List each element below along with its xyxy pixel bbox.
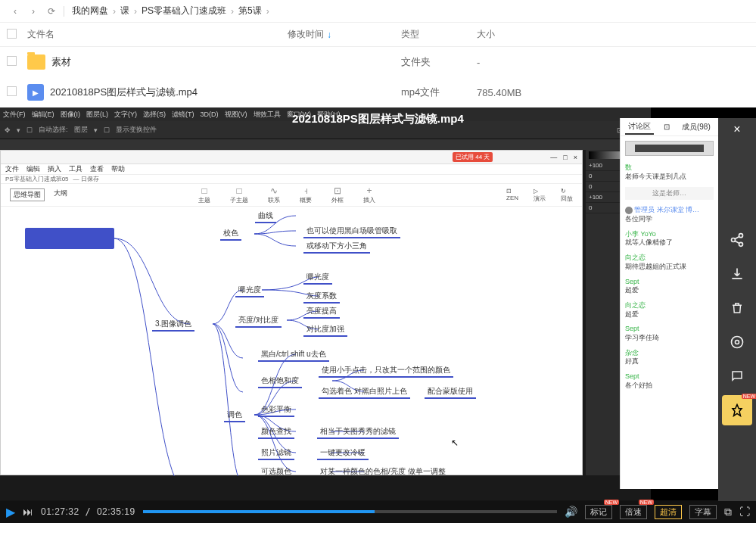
back-button[interactable]: ‹ (6, 2, 24, 20)
mm-node[interactable]: 亮度/对比度 (235, 315, 282, 328)
tool-present[interactable]: ▷演示 (534, 188, 546, 203)
row-checkbox[interactable] (7, 86, 17, 96)
pip-icon[interactable]: ⧉ (724, 506, 732, 518)
mm-node[interactable]: 一键更改冷暖 (317, 447, 369, 460)
tool-replay[interactable]: ↻回放 (561, 188, 573, 203)
mm-node[interactable]: 使用小手点击，只改其一个范围的颜色 (319, 365, 453, 378)
table-row[interactable]: 素材 文件夹 - (0, 47, 756, 77)
svg-point-5 (732, 337, 743, 348)
next-button[interactable]: ⏭ (23, 506, 33, 518)
tool-subtopic[interactable]: □子主题 (230, 185, 248, 204)
mindmap-filetab: PS零基础入门速成班05— 日保存 (1, 175, 582, 184)
mm-node[interactable]: 曝光度 (235, 285, 264, 297)
volume-icon[interactable]: 🔊 (565, 506, 577, 518)
column-name[interactable]: 文件名 (23, 28, 288, 41)
mindmap-canvas[interactable]: 3.图像调色 4.人像精修 校色 曲线 也可以使用黑白场吸管吸取 或移动下方小三… (1, 207, 582, 476)
tab-outline[interactable]: 大纲 (54, 188, 67, 201)
file-name: 20210818PS图层样式与滤镜.mp4 (50, 86, 198, 99)
svg-point-1 (732, 238, 736, 242)
mm-node[interactable]: 可选颜色 (258, 466, 294, 476)
file-size: - (477, 57, 756, 68)
mm-node[interactable]: 对比度加强 (303, 324, 347, 337)
delete-button[interactable] (722, 293, 752, 323)
pin-button[interactable]: NEW (722, 395, 752, 425)
trial-badge: 已试用 44 天 (453, 152, 493, 162)
tool-boundary[interactable]: ⊡外框 (331, 185, 344, 204)
mm-node[interactable]: 色相饱和度 (258, 375, 302, 388)
close-icon[interactable]: × (574, 154, 577, 161)
mm-node[interactable]: 勾选着色 对黑白照片上色 (319, 386, 410, 399)
breadcrumb-item[interactable]: 我的网盘 (67, 5, 113, 17)
mm-node[interactable]: 曝光度 (303, 272, 332, 285)
fullscreen-icon[interactable]: ⛶ (739, 506, 750, 518)
quality-button[interactable]: 超清 (655, 505, 682, 519)
share-button[interactable] (722, 225, 752, 255)
mm-node[interactable]: 色彩平衡 (258, 404, 294, 417)
forward-button[interactable]: › (24, 2, 42, 20)
chat-message: 杂念好真 (621, 346, 718, 369)
mm-node[interactable]: 相当于美图秀秀的滤镜 (317, 426, 399, 439)
tool-zen[interactable]: ⊡ZEN (506, 188, 518, 203)
file-table-header: 文件名 修改时间 ↓ 类型 大小 (0, 23, 756, 47)
file-type: 文件夹 (401, 55, 477, 69)
tab-mindmap[interactable]: 思维导图 (10, 188, 45, 201)
mm-node[interactable]: 或移动下方小三角 (303, 241, 370, 254)
chat-panel: 讨论区 ⊡ 成员(98) 数老师今天课是到几点 这是老师… 管理员 米尔课堂 博… (620, 118, 718, 489)
breadcrumb-item[interactable]: PS零基础入门速成班 (137, 5, 231, 17)
mm-node[interactable]: 曲线 (255, 210, 276, 223)
mm-node[interactable]: 调色 (224, 409, 245, 422)
chat-image-preview[interactable] (625, 141, 714, 156)
column-type[interactable]: 类型 (401, 28, 477, 41)
table-row[interactable]: ▶20210818PS图层样式与滤镜.mp4 mp4文件 785.40MB (0, 77, 756, 107)
mm-branch-3[interactable]: 3.图像调色 (152, 319, 194, 332)
svg-point-2 (739, 242, 743, 246)
time-display: 01:27:32 / 02:35:19 (41, 506, 135, 517)
mm-node[interactable]: 颜色查找 (258, 426, 294, 439)
select-all-checkbox[interactable] (7, 29, 17, 39)
column-size[interactable]: 大小 (477, 28, 756, 41)
row-checkbox[interactable] (7, 56, 17, 66)
minimize-icon[interactable]: — (550, 154, 557, 161)
breadcrumb-bar: ‹ › ⟳ 我的网盘 › 课 › PS零基础入门速成班 › 第5课 › (0, 0, 756, 23)
svg-point-6 (736, 341, 739, 344)
column-date[interactable]: 修改时间 ↓ (288, 28, 401, 41)
chat-icon-button[interactable] (722, 361, 752, 391)
refresh-button[interactable]: ⟳ (42, 2, 61, 20)
mm-node[interactable]: 灰度系数 (303, 291, 340, 304)
new-badge: NEW (742, 394, 756, 399)
subtitle-button[interactable]: 字幕 (689, 505, 717, 519)
right-tool-dock: × NEW (718, 118, 756, 501)
file-type: mp4文件 (401, 86, 477, 99)
mark-button[interactable]: 标记NEW (585, 505, 612, 519)
mm-node[interactable]: 照片滤镜 (258, 447, 294, 460)
mm-node[interactable]: 黑白/ctrl shift u去色 (258, 349, 329, 362)
tool-insert[interactable]: +插入 (363, 185, 375, 204)
chat-message: 管理员 米尔课堂 博…各位同学 (621, 203, 718, 226)
video-player: 20210818PS图层样式与滤镜.mp4 文件(F)编辑(E)图像(I)图层(… (0, 107, 756, 523)
folder-icon (27, 54, 45, 70)
tool-summary[interactable]: ⫞概要 (300, 185, 312, 204)
breadcrumb-item[interactable]: 第5课 (234, 5, 266, 17)
video-frame: 文件(F)编辑(E)图像(I)图层(L)文字(Y)选择(S)滤镜(T)3D(D)… (0, 107, 651, 501)
chat-message: Sept超爱 (621, 275, 718, 298)
mm-node[interactable]: 对某一种颜色的色相/亮度 做单一调整 (317, 466, 449, 476)
mindmap-menu: 文件编辑插入工具查看帮助 (1, 164, 582, 175)
chat-notice: 这是老师… (625, 187, 714, 200)
ps-tab-bar (0, 139, 651, 150)
mm-node[interactable]: 亮度提高 (303, 306, 340, 319)
tool-link[interactable]: ∿联系 (268, 185, 280, 204)
close-icon[interactable]: × (733, 123, 740, 136)
speed-button[interactable]: 倍速NEW (620, 505, 647, 519)
mm-node[interactable]: 校色 (220, 228, 241, 241)
record-button[interactable] (722, 327, 752, 357)
mm-node[interactable]: 也可以使用黑白场吸管吸取 (303, 226, 400, 238)
breadcrumb-item[interactable]: 课 (116, 5, 134, 17)
chat-message: 向之恋超爱 (621, 298, 718, 322)
tool-topic[interactable]: □主题 (198, 185, 210, 204)
play-button[interactable]: ▶ (6, 505, 15, 519)
maximize-icon[interactable]: □ (563, 154, 567, 161)
mm-node[interactable]: 配合蒙版使用 (425, 386, 476, 399)
download-button[interactable] (722, 259, 752, 289)
progress-bar[interactable] (143, 510, 557, 513)
mindmap-root-node[interactable] (25, 228, 114, 249)
